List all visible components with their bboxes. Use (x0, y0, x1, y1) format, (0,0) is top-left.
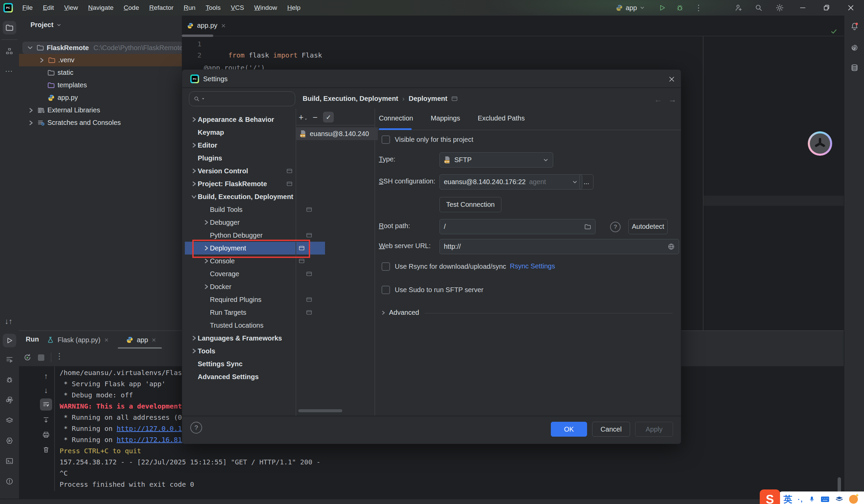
run-tab-flask[interactable]: Flask (app.py) (47, 331, 109, 349)
use-sudo-checkbox[interactable]: Use Sudo to run SFTP server (382, 286, 483, 294)
scroll-up-button[interactable]: ↑ (40, 370, 52, 382)
checkbox-box[interactable] (382, 286, 390, 294)
tab-connection[interactable]: Connection (379, 115, 413, 122)
close-window-button[interactable] (847, 3, 855, 12)
stop-button[interactable] (38, 355, 44, 361)
root-path-input[interactable]: / (440, 219, 596, 234)
settings-item-debugger[interactable]: Debugger (185, 216, 314, 229)
checkbox-box[interactable] (382, 262, 390, 271)
run-widget[interactable]: app (615, 0, 645, 15)
settings-item-advanced-settings[interactable]: Advanced Settings (185, 370, 310, 383)
editor-tab-app-py[interactable]: app.py (187, 15, 226, 36)
settings-item-version-control[interactable]: Version Control (185, 165, 302, 177)
more-actions-button[interactable]: ⋮ (695, 3, 703, 13)
debug-tool-button[interactable] (5, 376, 13, 384)
inspections-ok-icon[interactable] (830, 28, 838, 35)
settings-item-plugins[interactable]: Plugins (185, 152, 310, 165)
run-tab-app[interactable]: app (126, 331, 156, 349)
menu-tools[interactable]: Tools (205, 4, 221, 12)
menu-edit[interactable]: Edit (42, 4, 55, 12)
minimize-button[interactable] (798, 4, 807, 12)
test-connection-button[interactable]: Test Connection (440, 197, 501, 212)
add-server-button[interactable]: + (299, 112, 308, 122)
menu-run[interactable]: Run (183, 4, 196, 12)
more-tool-windows-button[interactable]: … (5, 64, 13, 74)
breadcrumb-parent[interactable]: Build, Execution, Deployment (303, 95, 398, 103)
help-icon[interactable]: ? (610, 222, 621, 232)
menu-view[interactable]: View (63, 4, 79, 12)
code-with-me-button[interactable] (734, 3, 743, 12)
menu-vcs[interactable]: VCS (230, 4, 245, 12)
soft-wrap-button[interactable] (40, 398, 52, 411)
settings-item-docker[interactable]: Docker (185, 280, 314, 293)
settings-item-trusted-locations[interactable]: Trusted Locations (185, 319, 322, 332)
settings-item-keymap[interactable]: Keymap (185, 126, 310, 139)
settings-search-input[interactable] (189, 92, 295, 106)
folder-icon[interactable] (584, 224, 591, 230)
menu-window[interactable]: Window (254, 4, 278, 12)
overlay-assistant-badge[interactable] (808, 131, 832, 156)
project-panel-header[interactable]: Project (31, 21, 62, 29)
profiler-tool-button[interactable] (5, 437, 13, 445)
remove-server-button[interactable]: − (313, 112, 318, 122)
scroll-to-end-button[interactable] (40, 414, 52, 426)
ime-logo[interactable]: S (760, 490, 780, 504)
tree-row-scratches[interactable]: Scratches and Consoles (19, 117, 190, 129)
restore-button[interactable] (822, 3, 831, 12)
tree-row-external-libraries[interactable]: External Libraries (19, 104, 190, 117)
menu-file[interactable]: File (22, 4, 34, 12)
settings-item-editor[interactable]: Editor (185, 139, 302, 152)
search-everywhere-button[interactable] (754, 3, 763, 12)
database-icon[interactable] (850, 64, 859, 72)
print-button[interactable] (40, 429, 52, 441)
more-options-button[interactable]: ⋮ (56, 352, 63, 361)
use-as-default-button[interactable]: ✓ (323, 112, 334, 122)
services-tool-button[interactable] (5, 356, 13, 363)
settings-item-project[interactable]: Project: FlaskRemote (185, 177, 302, 190)
settings-item-build-execution[interactable]: Build, Execution, Deployment (185, 190, 302, 203)
settings-item-languages[interactable]: Languages & Frameworks (185, 332, 302, 345)
ai-assistant-icon[interactable] (850, 43, 859, 52)
menu-refactor[interactable]: Refactor (148, 4, 175, 12)
ime-language-toggle[interactable]: 英 (783, 493, 792, 504)
settings-gear-button[interactable] (775, 3, 784, 12)
tab-mappings[interactable]: Mappings (431, 115, 460, 122)
close-icon[interactable] (104, 337, 109, 343)
visible-only-checkbox[interactable]: Visible only for this project (382, 135, 473, 144)
menu-navigate[interactable]: Navigate (87, 4, 114, 12)
settings-item-run-targets[interactable]: Run Targets (185, 306, 322, 319)
problems-tool-button[interactable] (5, 477, 13, 485)
type-select[interactable]: SFTP SFTP (440, 152, 553, 168)
toolbox-icon[interactable] (835, 496, 844, 503)
debug-button[interactable] (676, 4, 684, 12)
menu-code[interactable]: Code (123, 4, 140, 12)
advanced-section-toggle[interactable]: Advanced (380, 309, 419, 316)
dialog-help-button[interactable]: ? (190, 422, 202, 434)
sync-tool-button[interactable]: ↓↑ (5, 317, 13, 326)
cancel-button[interactable]: Cancel (592, 422, 630, 437)
settings-item-settings-sync[interactable]: Settings Sync (185, 358, 310, 370)
forward-arrow-icon[interactable]: → (668, 95, 676, 104)
terminal-tool-button[interactable] (5, 457, 13, 465)
ime-emoji-icon[interactable]: ✦ (849, 495, 858, 504)
autodetect-button[interactable]: Autodetect (628, 219, 668, 234)
editor-split-divider[interactable] (703, 36, 704, 331)
microphone-icon[interactable] (808, 495, 815, 503)
dialog-close-button[interactable] (668, 75, 676, 83)
checkbox-box[interactable] (382, 135, 390, 144)
run-button[interactable] (658, 4, 666, 12)
clear-console-button[interactable] (40, 444, 52, 456)
structure-tool-button[interactable] (5, 47, 13, 56)
keyboard-icon[interactable] (821, 496, 829, 503)
ime-punctuation[interactable]: ·, (797, 495, 803, 503)
rerun-button[interactable] (23, 353, 32, 362)
settings-item-required-plugins[interactable]: Required Plugins (185, 293, 322, 306)
rsync-settings-link[interactable]: Rsync Settings (510, 262, 555, 270)
back-arrow-icon[interactable]: ← (654, 95, 662, 104)
server-list-item[interactable]: SFTP euansu@8.140.240 (296, 127, 378, 140)
breadcrumb-current[interactable]: Deployment (409, 95, 447, 103)
notifications-bell-icon[interactable] (850, 22, 859, 31)
ssh-configuration-select[interactable]: euansu@8.140.240.176:22 agent (440, 174, 582, 190)
close-icon[interactable] (151, 337, 156, 343)
tab-excluded-paths[interactable]: Excluded Paths (478, 115, 525, 122)
